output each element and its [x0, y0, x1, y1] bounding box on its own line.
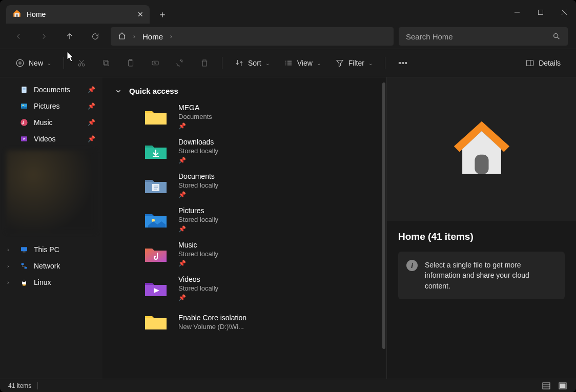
pin-icon: 📌 [178, 157, 218, 164]
details-pane: Home (41 items) i Select a single file t… [386, 77, 576, 379]
svg-point-36 [23, 105, 24, 106]
rename-button[interactable]: A [145, 55, 166, 71]
svg-point-5 [554, 34, 558, 38]
pc-icon [19, 245, 29, 254]
chevron-down-icon: ⌄ [265, 60, 270, 66]
view-button[interactable]: View ⌄ [279, 55, 326, 71]
pin-icon: 📌 [88, 119, 95, 126]
more-button[interactable] [393, 59, 413, 67]
svg-point-46 [23, 284, 26, 286]
svg-rect-59 [560, 384, 565, 388]
scrollbar[interactable] [382, 82, 385, 349]
chevron-down-icon [115, 88, 122, 95]
cut-button[interactable] [71, 55, 92, 71]
minimize-button[interactable] [505, 0, 529, 24]
preview-title: Home (41 items) [398, 231, 565, 242]
new-button[interactable]: New ⌄ [10, 55, 56, 71]
pin-icon: 📌 [178, 225, 218, 233]
chevron-right-icon[interactable]: › [7, 246, 14, 253]
details-button[interactable]: Details [520, 55, 566, 71]
sidebar-label: Music [34, 118, 53, 127]
close-window-button[interactable] [552, 0, 576, 24]
list-item[interactable]: MEGA Documents 📌 [102, 99, 386, 134]
list-item[interactable]: Enable Core isolation New Volume (D:)\Wi… [102, 305, 386, 338]
search-input[interactable]: Search Home [399, 27, 568, 46]
delete-button[interactable] [194, 55, 215, 71]
svg-point-45 [23, 279, 25, 282]
pictures-icon [19, 101, 29, 111]
filter-button[interactable]: Filter ⌄ [330, 55, 378, 71]
add-tab-button[interactable]: ＋ [150, 8, 175, 20]
address-bar[interactable]: › Home › [111, 27, 394, 46]
svg-point-27 [402, 63, 403, 64]
svg-rect-41 [23, 252, 25, 252]
share-button[interactable] [170, 55, 190, 71]
svg-point-26 [399, 63, 400, 64]
sidebar-item-this-pc[interactable]: › This PC [2, 241, 100, 258]
chevron-right-icon[interactable]: › [7, 279, 14, 285]
search-icon [552, 32, 561, 40]
maximize-button[interactable] [529, 0, 552, 24]
folder-icon [143, 310, 168, 334]
svg-rect-54 [475, 155, 488, 174]
breadcrumb-location[interactable]: Home [142, 32, 163, 41]
blurred-region [6, 150, 96, 232]
downloads-icon [143, 139, 168, 163]
up-button[interactable] [59, 27, 80, 46]
chevron-right-icon: › [133, 33, 135, 40]
sidebar-label: Documents [34, 86, 70, 94]
chevron-right-icon[interactable]: › [170, 33, 172, 40]
list-item[interactable]: Downloads Stored locally 📌 [102, 134, 386, 168]
sidebar-item-music[interactable]: Music 📌 [2, 114, 100, 131]
svg-rect-0 [16, 14, 18, 17]
info-text: Select a single file to get more informa… [425, 260, 557, 291]
svg-point-28 [405, 63, 406, 64]
forward-button[interactable] [34, 27, 54, 46]
titlebar: Home ✕ ＋ [0, 0, 576, 24]
paste-button[interactable] [120, 55, 141, 71]
pin-icon: 📌 [178, 122, 212, 130]
svg-rect-55 [543, 383, 550, 389]
home-icon [12, 9, 22, 20]
close-tab-icon[interactable]: ✕ [137, 10, 143, 18]
sidebar-item-linux[interactable]: › Linux [2, 274, 100, 291]
sidebar: Documents 📌 Pictures 📌 Music 📌 Videos 📌 [0, 77, 102, 379]
refresh-button[interactable] [85, 27, 106, 46]
svg-line-6 [558, 37, 559, 39]
section-quick-access[interactable]: Quick access [102, 82, 386, 99]
list-item[interactable]: Music Stored locally 📌 [102, 237, 386, 271]
linux-icon [19, 278, 29, 287]
address-row: › Home › Search Home [0, 24, 576, 49]
chevron-right-icon[interactable]: › [7, 263, 14, 269]
sidebar-item-network[interactable]: › Network [2, 258, 100, 274]
home-icon [118, 32, 126, 42]
list-item[interactable]: Videos Stored locally 📌 [102, 271, 386, 305]
pin-icon: 📌 [178, 191, 218, 198]
chevron-down-icon: ⌄ [47, 60, 51, 66]
sidebar-label: This PC [34, 245, 59, 254]
pin-icon: 📌 [178, 260, 218, 267]
status-bar: 41 items [0, 379, 576, 392]
tab-home[interactable]: Home ✕ [6, 5, 150, 24]
list-item[interactable]: Documents Stored locally 📌 [102, 168, 386, 202]
copy-button[interactable] [96, 55, 116, 71]
sidebar-item-documents[interactable]: Documents 📌 [2, 81, 100, 98]
music-folder-icon [143, 242, 168, 266]
view-thumbnails-button[interactable] [558, 382, 568, 390]
documents-icon [19, 85, 29, 94]
sidebar-item-videos[interactable]: Videos 📌 [2, 131, 100, 147]
svg-rect-40 [21, 247, 27, 251]
back-button[interactable] [8, 27, 29, 46]
svg-rect-29 [526, 60, 533, 66]
chevron-down-icon: ⌄ [317, 60, 321, 66]
view-details-button[interactable] [541, 382, 551, 390]
videos-folder-icon [143, 276, 168, 301]
svg-point-37 [20, 119, 27, 126]
sort-button[interactable]: Sort ⌄ [230, 55, 275, 71]
home-icon [448, 116, 515, 182]
sidebar-item-pictures[interactable]: Pictures 📌 [2, 98, 100, 114]
list-item[interactable]: Pictures Stored locally 📌 [102, 202, 386, 237]
music-icon [19, 118, 29, 127]
svg-rect-43 [25, 267, 27, 269]
svg-rect-2 [539, 10, 543, 14]
